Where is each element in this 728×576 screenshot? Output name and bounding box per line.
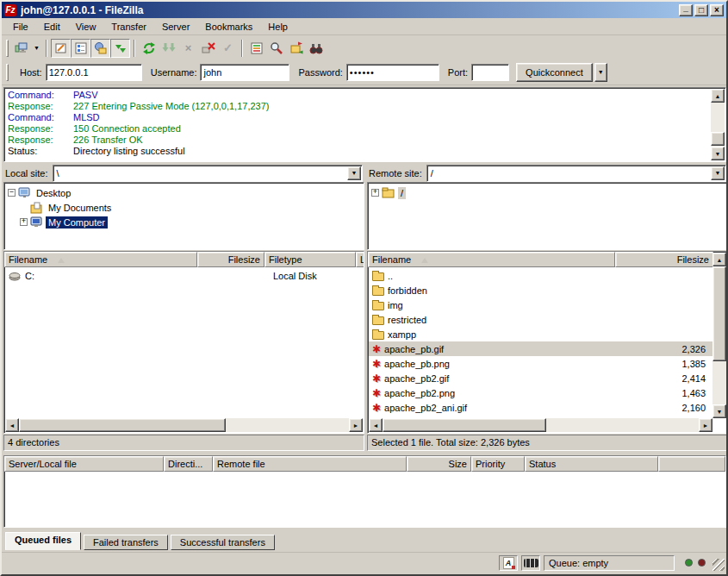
scroll-right-icon[interactable]: ►	[699, 418, 712, 432]
column-header-filename[interactable]: Filename	[368, 252, 615, 267]
toolbar-grip[interactable]	[6, 40, 9, 57]
remote-file-row[interactable]: forbidden	[369, 283, 712, 297]
password-input[interactable]	[346, 64, 439, 81]
disconnect-button[interactable]	[198, 39, 218, 58]
scroll-right-icon[interactable]: ►	[349, 418, 363, 432]
tree-item-my-documents[interactable]: My Documents	[8, 200, 364, 215]
scroll-left-icon[interactable]: ◄	[5, 418, 19, 432]
remote-file-row[interactable]: apache_pb2.gif 2,414	[369, 371, 712, 385]
collapse-icon[interactable]: −	[8, 189, 16, 197]
site-manager-button[interactable]	[11, 39, 31, 58]
message-log-toggle[interactable]	[51, 39, 71, 58]
reconnect-button[interactable]: ✓	[218, 39, 238, 58]
remote-file-row[interactable]: xampp	[369, 327, 712, 341]
chevron-down-icon[interactable]: ▼	[711, 166, 725, 180]
synchronized-browsing-button[interactable]	[286, 39, 306, 58]
close-button[interactable]: ×	[710, 4, 724, 16]
scroll-up-icon[interactable]: ▲	[711, 89, 725, 103]
app-icon[interactable]: Fz	[4, 4, 16, 16]
tree-item-my-computer[interactable]: + My Computer	[8, 215, 364, 229]
minimize-button[interactable]: _	[679, 4, 693, 16]
speedlimit-indicator[interactable]	[521, 555, 540, 571]
remote-file-row[interactable]: apache_pb2_ani.gif 2,160	[369, 400, 712, 415]
remote-site-combo[interactable]: / ▼	[426, 165, 726, 182]
scroll-left-icon[interactable]: ◄	[369, 418, 383, 432]
local-file-row[interactable]: C: Local Disk	[5, 268, 363, 283]
file-name: restricted	[388, 315, 619, 325]
remote-file-row[interactable]: img	[369, 297, 712, 312]
file-search-button[interactable]	[266, 39, 286, 58]
scrollbar-thumb[interactable]	[711, 132, 725, 146]
remote-file-row[interactable]: restricted	[369, 312, 712, 327]
directory-listing-button[interactable]	[246, 39, 266, 58]
vertical-splitter[interactable]	[364, 164, 367, 451]
menu-item[interactable]: Bookmarks	[197, 19, 260, 34]
column-header-status[interactable]: Status	[525, 456, 658, 472]
column-header-server-local-file[interactable]: Server/Local file	[4, 456, 164, 472]
remote-file-row[interactable]: apache_pb.gif 2,326	[369, 341, 712, 356]
remote-hscrollbar[interactable]: ◄ ►	[369, 418, 712, 432]
quickconnect-button[interactable]: Quickconnect	[516, 63, 593, 82]
menu-item[interactable]: Server	[154, 19, 197, 34]
remote-treeview-toggle[interactable]	[90, 39, 110, 58]
remote-file-row[interactable]: apache_pb.png 1,385	[369, 356, 712, 371]
column-header-filetype[interactable]: Filetype	[264, 252, 356, 267]
scroll-up-icon[interactable]: ▲	[712, 253, 726, 266]
column-header-lastmodified[interactable]: L	[356, 252, 364, 267]
cancel-button[interactable]: ×	[178, 39, 198, 58]
local-hscrollbar[interactable]: ◄ ►	[5, 418, 363, 432]
refresh-button[interactable]	[139, 39, 159, 58]
remote-tree-icon	[94, 41, 108, 55]
username-input[interactable]	[200, 64, 289, 81]
datatype-indicator[interactable]: A	[499, 555, 518, 571]
remote-file-row[interactable]: ..	[369, 268, 712, 283]
log-text: 150 Connection accepted	[73, 123, 181, 134]
menu-item[interactable]: File	[5, 19, 36, 34]
column-header-filler	[658, 456, 725, 472]
host-input[interactable]	[46, 64, 142, 81]
chevron-down-icon[interactable]: ▼	[347, 166, 361, 180]
expand-icon[interactable]: +	[20, 218, 28, 226]
remote-vscrollbar[interactable]: ▲ ▼	[712, 253, 726, 418]
menu-item[interactable]: Edit	[36, 19, 68, 34]
site-manager-dropdown[interactable]: ▼	[31, 39, 42, 58]
file-size: 1,463	[619, 388, 712, 398]
queue-header: Server/Local file Directi... Remote file…	[4, 456, 725, 472]
column-header-remote-file[interactable]: Remote file	[213, 456, 407, 472]
port-input[interactable]	[471, 64, 509, 81]
scroll-down-icon[interactable]: ▼	[712, 404, 726, 418]
local-treeview-toggle[interactable]	[71, 39, 90, 58]
tab-failed-transfers[interactable]: Failed transfers	[84, 535, 168, 550]
quickconnect-dropdown[interactable]: ▼	[594, 63, 607, 82]
menu-item[interactable]: View	[68, 19, 104, 34]
scrollbar-thumb[interactable]	[19, 418, 226, 432]
quickconnect-grip[interactable]	[6, 64, 9, 81]
column-header-size[interactable]: Size	[407, 456, 471, 472]
column-header-filesize[interactable]: Filesize	[615, 252, 713, 267]
file-icon	[372, 388, 381, 398]
column-header-priority[interactable]: Priority	[471, 456, 525, 472]
process-queue-button[interactable]	[159, 39, 178, 58]
scroll-down-icon[interactable]: ▼	[711, 147, 725, 160]
scrollbar-thumb[interactable]	[383, 418, 546, 432]
tab-successful-transfers[interactable]: Successful transfers	[171, 535, 275, 550]
column-header-direction[interactable]: Directi...	[164, 456, 213, 472]
menu-item[interactable]: Transfer	[103, 19, 154, 34]
transfer-queue-toggle[interactable]	[110, 39, 130, 58]
tab-queued-files[interactable]: Queued files	[5, 532, 81, 550]
tree-item-desktop[interactable]: − Desktop	[8, 185, 364, 200]
expand-icon[interactable]: +	[371, 189, 379, 197]
remote-file-row[interactable]: apache_pb2.png 1,463	[369, 385, 712, 400]
menu-item[interactable]: Help	[260, 19, 296, 34]
resize-grip[interactable]	[712, 559, 725, 571]
filter-button[interactable]	[306, 39, 326, 58]
maximize-button[interactable]: □	[694, 4, 708, 16]
remote-site-label: Remote site:	[369, 168, 422, 178]
scrollbar-thumb[interactable]	[712, 266, 726, 361]
column-header-filesize[interactable]: Filesize	[197, 252, 264, 267]
window-title: john@127.0.0.1 - FileZilla	[21, 4, 679, 16]
log-scrollbar[interactable]: ▲ ▼	[711, 89, 725, 160]
tree-item-root[interactable]: + /	[371, 185, 727, 200]
column-header-filename[interactable]: Filename	[4, 252, 197, 267]
local-site-combo[interactable]: \ ▼	[53, 165, 363, 182]
